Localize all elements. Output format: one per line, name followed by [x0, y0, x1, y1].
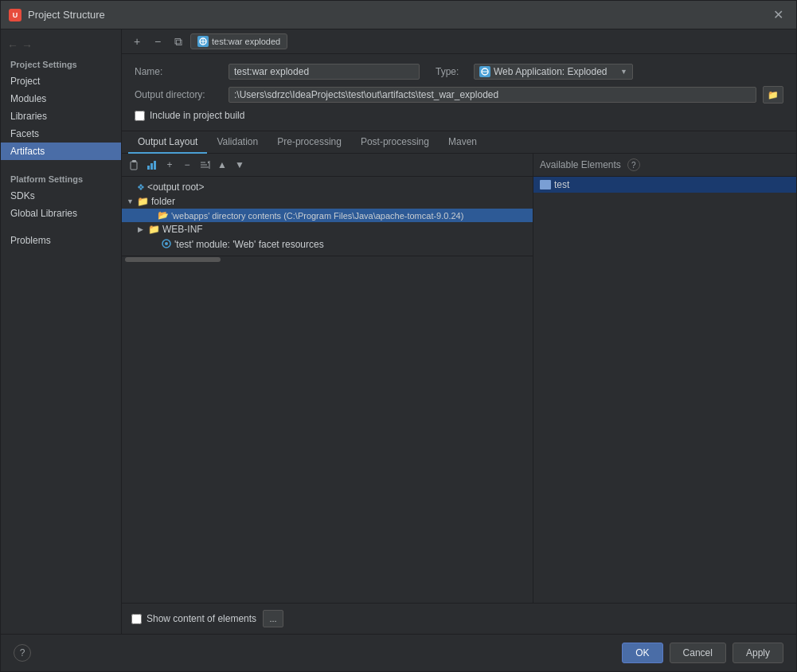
project-settings-header: Project Settings — [1, 55, 121, 72]
expand-arrow-folder: ▼ — [127, 197, 135, 205]
tree-remove-button[interactable]: − — [179, 157, 195, 173]
svg-rect-9 — [154, 161, 156, 170]
tree-item-folder[interactable]: ▼ 📁 folder — [122, 194, 533, 209]
artifact-tab[interactable]: test:war exploded — [190, 33, 287, 49]
scroll-thumb[interactable] — [125, 257, 221, 262]
root-icon: ❖ — [137, 182, 145, 193]
app-icon: U — [9, 9, 21, 21]
available-header-text: Available Elements — [540, 159, 621, 170]
output-root-label: <output root> — [147, 182, 204, 193]
tree-item-webinf[interactable]: ▶ 📁 WEB-INF — [122, 222, 533, 236]
sidebar-item-global-libraries[interactable]: Global Libraries — [1, 205, 121, 222]
help-button[interactable]: ? — [14, 644, 31, 662]
output-dir-row: Output directory: 📁 — [135, 86, 783, 104]
apply-button[interactable]: Apply — [733, 643, 783, 663]
tree-item-module-facet[interactable]: 'test' module: 'Web' facet resources — [122, 236, 533, 252]
nav-back-icon[interactable]: ← — [7, 39, 18, 52]
sidebar-item-facets[interactable]: Facets — [1, 125, 121, 143]
tree-up-button[interactable]: ▲ — [214, 157, 230, 173]
type-value: Web Application: Exploded — [494, 66, 617, 77]
add-artifact-button[interactable]: + — [128, 33, 146, 50]
output-dir-input[interactable] — [229, 87, 756, 103]
sidebar-item-artifacts[interactable]: Artifacts — [1, 143, 121, 160]
svg-rect-6 — [132, 160, 136, 162]
footer-left: ? — [14, 644, 31, 662]
include-build-row: Include in project build — [135, 110, 783, 121]
folder-icon: 📁 — [137, 196, 149, 207]
facet-icon — [161, 238, 172, 251]
tree-chart-button[interactable] — [144, 157, 160, 173]
artifact-tab-name: test:war exploded — [212, 37, 280, 46]
sidebar-item-problems[interactable]: Problems — [1, 232, 121, 249]
svg-point-15 — [165, 242, 168, 245]
main-content: ← → Project Settings Project Modules Lib… — [1, 29, 796, 634]
tab-pre-processing[interactable]: Pre-processing — [268, 131, 351, 154]
show-content-checkbox[interactable] — [131, 614, 142, 624]
dialog-title: Project Structure — [28, 9, 768, 21]
tree-add-button[interactable]: + — [162, 157, 178, 173]
artifact-tab-icon — [197, 36, 209, 47]
ellipsis-button[interactable]: ... — [263, 610, 283, 627]
nav-forward-icon[interactable]: → — [21, 39, 33, 52]
tree-item-webapps[interactable]: 📂 'webapps' directory contents (C:\Progr… — [122, 209, 533, 222]
webinf-label: WEB-INF — [162, 224, 203, 235]
type-select[interactable]: Web Application: Exploded ▼ — [474, 64, 633, 80]
tree-panel: + − ▲ ▼ — [122, 154, 533, 603]
tree-item-output-root[interactable]: ❖ <output root> — [122, 180, 533, 194]
project-structure-dialog: U Project Structure ✕ ← → Project Settin… — [0, 0, 797, 672]
right-panel: + − ⧉ test:war exploded — [122, 29, 796, 634]
available-items: test — [533, 177, 796, 603]
sidebar: ← → Project Settings Project Modules Lib… — [1, 29, 122, 634]
svg-rect-5 — [131, 162, 137, 170]
tree-down-button[interactable]: ▼ — [232, 157, 248, 173]
available-item-test-label: test — [554, 179, 569, 190]
bottom-bar: Show content of elements ... — [122, 603, 796, 634]
tab-maven[interactable]: Maven — [439, 131, 486, 154]
remove-artifact-button[interactable]: − — [149, 33, 166, 50]
content-area: + − ▲ ▼ — [122, 154, 796, 603]
title-bar: U Project Structure ✕ — [1, 1, 796, 29]
available-item-test[interactable]: test — [533, 177, 796, 193]
close-button[interactable]: ✕ — [768, 6, 788, 24]
output-dir-label: Output directory: — [135, 89, 222, 100]
webapps-label: 'webapps' directory contents (C:\Program… — [171, 211, 463, 221]
tab-output-layout[interactable]: Output Layout — [128, 131, 207, 154]
sidebar-item-libraries[interactable]: Libraries — [1, 107, 121, 125]
svg-rect-8 — [150, 163, 153, 170]
tab-validation[interactable]: Validation — [207, 131, 268, 154]
tab-post-processing[interactable]: Post-processing — [351, 131, 439, 154]
sidebar-item-modules[interactable]: Modules — [1, 90, 121, 107]
tree-sort-button[interactable] — [197, 157, 213, 173]
name-input[interactable] — [229, 64, 420, 80]
svg-rect-7 — [147, 166, 150, 170]
available-help-icon[interactable]: ? — [627, 158, 640, 171]
cancel-button[interactable]: Cancel — [670, 643, 726, 663]
available-panel: Available Elements ? test — [533, 154, 796, 603]
tabs-bar: Output Layout Validation Pre-processing … — [122, 131, 796, 154]
ok-button[interactable]: OK — [622, 643, 662, 663]
tree-paste-button[interactable] — [127, 157, 143, 173]
sidebar-item-sdks[interactable]: SDKs — [1, 187, 121, 205]
name-row: Name: Type: Web Application: Exploded ▼ — [135, 64, 783, 80]
artifact-toolbar: + − ⧉ test:war exploded — [122, 29, 796, 54]
webinf-folder-icon: 📁 — [148, 224, 160, 235]
copy-artifact-button[interactable]: ⧉ — [170, 33, 187, 50]
type-dropdown-icon[interactable]: ▼ — [620, 68, 627, 76]
webapps-icon: 📂 — [158, 210, 169, 221]
include-build-label[interactable]: Include in project build — [150, 110, 244, 121]
type-label: Type: — [436, 66, 467, 77]
horizontal-scrollbar[interactable] — [122, 256, 533, 262]
platform-settings-header: Platform Settings — [1, 170, 121, 187]
tree-toolbar: + − ▲ ▼ — [122, 154, 533, 177]
expand-arrow-webinf: ▶ — [138, 225, 146, 233]
sidebar-item-project[interactable]: Project — [1, 72, 121, 90]
include-build-checkbox[interactable] — [135, 111, 145, 121]
show-content-label[interactable]: Show content of elements — [147, 613, 256, 624]
folder-label: folder — [151, 196, 175, 207]
tree-items: ❖ <output root> ▼ 📁 folder 📂 — [122, 177, 533, 256]
footer: ? OK Cancel Apply — [1, 634, 796, 671]
browse-button[interactable]: 📁 — [763, 86, 783, 104]
avail-folder-icon — [540, 180, 551, 189]
available-header: Available Elements ? — [533, 154, 796, 177]
name-label: Name: — [135, 66, 222, 77]
